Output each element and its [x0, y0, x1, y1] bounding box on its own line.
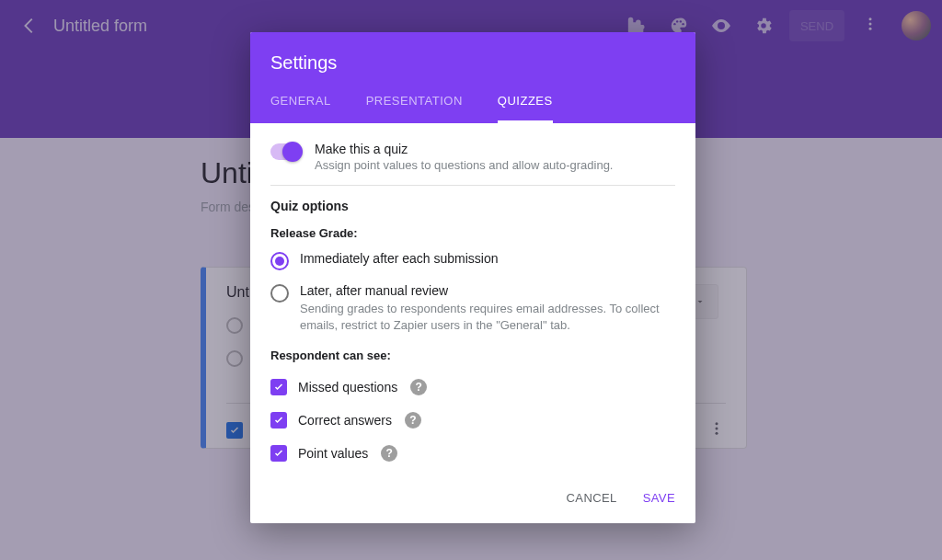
release-later-label: Later, after manual review — [300, 283, 675, 298]
tab-presentation[interactable]: PRESENTATION — [366, 94, 463, 123]
release-later-sub: Sending grades to respondents requires e… — [300, 301, 675, 334]
checkbox-checked-icon — [270, 379, 287, 395]
divider — [270, 185, 675, 186]
respondent-can-see-title: Respondent can see: — [270, 349, 675, 362]
help-icon[interactable]: ? — [381, 445, 397, 462]
make-quiz-row: Make this a quiz Assign point values to … — [270, 138, 675, 185]
quiz-options-title: Quiz options — [270, 199, 675, 213]
dialog-body: Make this a quiz Assign point values to … — [250, 123, 695, 482]
radio-unselected-icon — [270, 284, 289, 303]
dialog-actions: CANCEL SAVE — [250, 482, 695, 523]
radio-selected-icon — [270, 252, 289, 270]
missed-questions-checkbox[interactable]: Missed questions ? — [270, 379, 675, 395]
settings-dialog: Settings GENERAL PRESENTATION QUIZZES Ma… — [250, 32, 695, 523]
correct-answers-label: Correct answers — [298, 413, 392, 428]
make-quiz-label: Make this a quiz — [315, 142, 614, 156]
save-button[interactable]: SAVE — [643, 491, 675, 505]
point-values-label: Point values — [298, 446, 368, 461]
dialog-header: Settings GENERAL PRESENTATION QUIZZES — [250, 32, 695, 123]
tab-quizzes[interactable]: QUIZZES — [498, 94, 553, 123]
release-grade-title: Release Grade: — [270, 226, 675, 240]
checkbox-checked-icon — [270, 412, 287, 429]
make-quiz-sub: Assign point values to questions and all… — [315, 158, 614, 172]
dialog-tabs: GENERAL PRESENTATION QUIZZES — [270, 94, 675, 123]
help-icon[interactable]: ? — [405, 412, 421, 429]
make-quiz-toggle[interactable] — [270, 143, 302, 160]
checkbox-checked-icon — [270, 445, 287, 462]
release-later-radio[interactable]: Later, after manual review Sending grade… — [270, 283, 675, 334]
help-icon[interactable]: ? — [410, 379, 427, 395]
cancel-button[interactable]: CANCEL — [567, 491, 617, 505]
dialog-title: Settings — [270, 52, 675, 74]
release-immediate-label: Immediately after each submission — [300, 251, 499, 266]
tab-general[interactable]: GENERAL — [270, 94, 331, 123]
missed-questions-label: Missed questions — [298, 380, 397, 394]
point-values-checkbox[interactable]: Point values ? — [270, 445, 675, 462]
correct-answers-checkbox[interactable]: Correct answers ? — [270, 412, 675, 429]
release-immediate-radio[interactable]: Immediately after each submission — [270, 251, 675, 270]
